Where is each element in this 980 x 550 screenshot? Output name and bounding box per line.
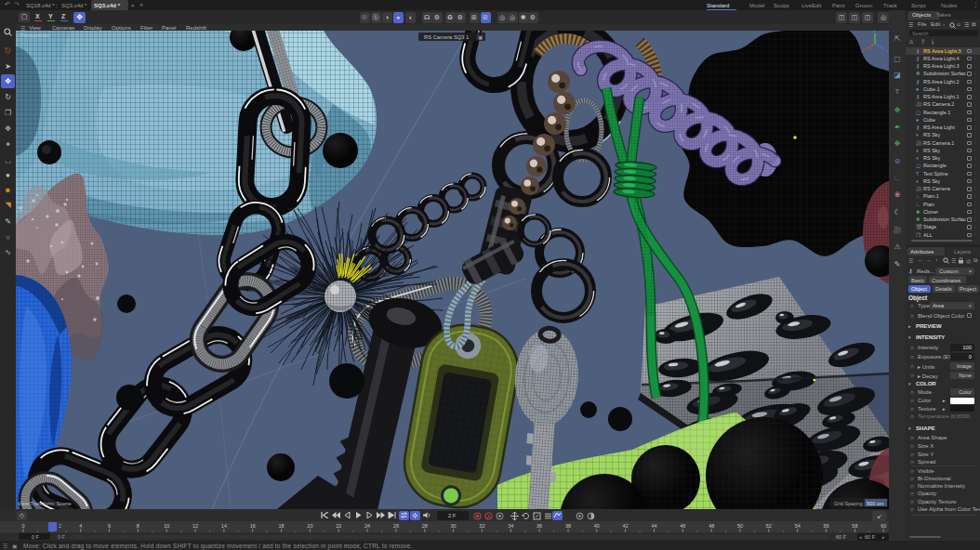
svg-text:40: 40 xyxy=(594,523,600,529)
svg-text:46: 46 xyxy=(680,523,685,529)
svg-text:20: 20 xyxy=(307,523,312,529)
svg-text:Grid Spacing :: Grid Spacing : xyxy=(834,501,866,506)
svg-text:16: 16 xyxy=(250,523,256,529)
svg-text:Perspective: Perspective xyxy=(20,33,50,38)
svg-text:44: 44 xyxy=(651,523,656,529)
svg-text:36: 36 xyxy=(536,523,542,529)
svg-text:24: 24 xyxy=(364,523,370,529)
svg-text:42: 42 xyxy=(623,523,629,529)
svg-text:32: 32 xyxy=(479,523,484,529)
svg-text:▣: ▣ xyxy=(478,34,483,40)
svg-text:8: 8 xyxy=(137,523,139,529)
svg-text:48: 48 xyxy=(709,523,714,529)
svg-text:28: 28 xyxy=(422,523,428,529)
svg-text:6: 6 xyxy=(108,523,111,529)
svg-text:10: 10 xyxy=(164,523,169,529)
svg-text:View Transform: Scene: View Transform: Scene xyxy=(18,501,72,506)
svg-text:34: 34 xyxy=(508,523,513,529)
svg-text:0: 0 xyxy=(21,523,24,529)
svg-text:26: 26 xyxy=(393,523,399,529)
svg-text:58: 58 xyxy=(852,523,857,529)
svg-text:54: 54 xyxy=(795,523,801,529)
svg-text:4: 4 xyxy=(79,523,82,529)
svg-text:18: 18 xyxy=(279,523,285,529)
svg-text:22: 22 xyxy=(336,523,341,529)
svg-text:RS Camera SQ3 1: RS Camera SQ3 1 xyxy=(424,34,469,40)
svg-text:2: 2 xyxy=(59,523,61,529)
svg-text:60: 60 xyxy=(881,523,886,529)
svg-text:52: 52 xyxy=(766,523,772,529)
svg-text:30: 30 xyxy=(451,523,457,529)
svg-text:56: 56 xyxy=(823,523,828,529)
svg-text:12: 12 xyxy=(192,523,198,529)
svg-text:A: A xyxy=(486,513,490,518)
svg-text:50: 50 xyxy=(737,523,743,529)
svg-text:14: 14 xyxy=(221,523,227,529)
svg-text:500 cm: 500 cm xyxy=(867,501,884,506)
svg-text:38: 38 xyxy=(565,523,571,529)
